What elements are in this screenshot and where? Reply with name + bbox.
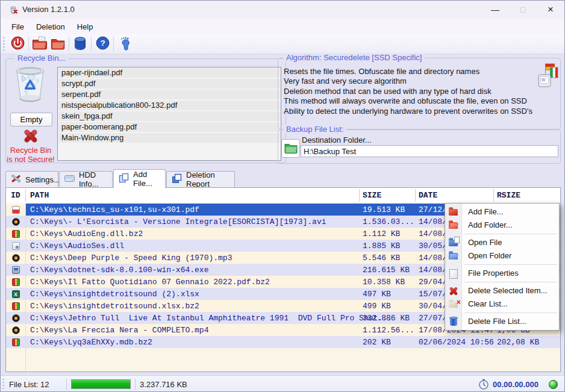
status-bar: File List: 12 3.237.716 KB 00.00.00.000: [1, 375, 564, 392]
recycle-file-item[interactable]: scrypt.pdf: [58, 79, 280, 89]
clear-list-icon: ×: [448, 299, 458, 310]
menu-separator: [464, 234, 557, 234]
context-menu-item-add-folder[interactable]: Add Folder...: [445, 219, 559, 232]
context-menu-label: Open File: [468, 238, 502, 247]
green-folder-icon: [284, 142, 298, 155]
minimize-button[interactable]: —: [481, 1, 509, 19]
hdd-icon: [64, 173, 75, 186]
destination-folder-label: Destination Folder...: [302, 135, 372, 145]
algorithm-group-label: Algorithm: Securedelete [SSD Specific]: [283, 53, 425, 62]
context-menu-item-clear-list[interactable]: ×Clear List...: [445, 297, 559, 311]
help-icon: ?: [96, 36, 110, 52]
file-size: 332.886 KB: [363, 314, 410, 323]
file-path: C:\Keys\technics_su-x101,su-x301.pdf: [30, 205, 199, 214]
context-menu-label: Add File...: [468, 207, 504, 216]
column-header-date[interactable]: DATE: [419, 191, 437, 200]
recycle-file-item[interactable]: paper-boomerang.pdf: [58, 122, 280, 132]
exe-icon: [12, 266, 20, 274]
recycle-file-item[interactable]: paper-rijndael.pdf: [58, 68, 280, 78]
recycle-file-item[interactable]: Main-Window.png: [58, 133, 280, 143]
column-header-path[interactable]: PATH: [30, 191, 49, 200]
choose-destination-button[interactable]: [281, 139, 300, 158]
power-button[interactable]: [8, 36, 27, 52]
tab-hdd-info[interactable]: HDD Info...: [59, 171, 113, 187]
window-title: Version 1.2.1.0: [22, 5, 75, 14]
help-button[interactable]: ?: [93, 36, 111, 52]
add-file-button[interactable]: [31, 36, 49, 52]
context-menu-item-delete-file-list[interactable]: Delete File List...: [445, 315, 559, 328]
progress-fill: [72, 380, 130, 388]
recycle-file-item[interactable]: skein_fpga.pdf: [58, 111, 280, 121]
tab-label: HDD Info...: [79, 170, 112, 188]
file-size: 499 KB: [363, 302, 391, 311]
file-path: C:\Keys\AudioSes.dll: [30, 241, 124, 250]
file-size: 216.615 KB: [363, 266, 410, 275]
maximize-button[interactable]: □: [509, 1, 537, 19]
context-menu-item-open-folder[interactable]: Open Folder: [445, 249, 559, 263]
file-size: 5.546 KB: [363, 254, 400, 263]
blue-folder-file-icon: [448, 238, 458, 248]
recycle-file-item[interactable]: nistspecialpublication800-132.pdf: [58, 101, 280, 110]
add-folder-button[interactable]: [49, 36, 67, 52]
blue-folder-open-icon: [448, 251, 458, 261]
table-row[interactable]: C:\Keys\Lyq3aEhXXy.mdb.bz2202 KB02/06/20…: [6, 336, 560, 348]
file-rsize: 202,08 KB: [497, 338, 539, 347]
tab-label: Deletion Report: [186, 170, 234, 188]
about-button[interactable]: [116, 36, 134, 52]
recycle-file-item[interactable]: serpent.pdf: [58, 90, 280, 99]
maximize-icon: □: [520, 5, 525, 14]
red-x-icon: [448, 286, 458, 296]
tab-add-file[interactable]: Add File...: [113, 169, 166, 188]
window-controls: — □ ×: [481, 1, 564, 19]
file-path: C:\Keys\Jethro Tull Live At Istanbul Amp…: [30, 314, 392, 323]
red-folder-open-icon: [448, 220, 458, 231]
file-type-icon: [6, 314, 25, 323]
close-button[interactable]: ×: [537, 1, 564, 19]
tab-settings[interactable]: Settings...: [5, 171, 58, 187]
tab-deletion-report[interactable]: Deletion Report: [166, 171, 235, 187]
file-type-icon: [6, 217, 25, 226]
archive-icon: [12, 338, 20, 346]
file-size: 1.885 KB: [363, 241, 400, 250]
red-folder-icon: [51, 36, 65, 52]
red-folder-icon: [448, 207, 458, 217]
toolbar-grip[interactable]: [3, 37, 5, 51]
file-size: 1.112 KB: [363, 229, 400, 238]
column-header-id[interactable]: ID: [11, 191, 20, 200]
language-flags-icon: W: [538, 63, 558, 91]
recycle-bin-group-label: Recycle Bin...: [14, 54, 68, 63]
menu-separator: [464, 313, 557, 313]
column-header-size[interactable]: SIZE: [363, 191, 381, 200]
context-menu-item-open-file[interactable]: Open File: [445, 236, 559, 249]
progress-bar: [71, 379, 131, 389]
file-path: C:\Keys\Deep Purple - Speed King (1970).…: [30, 254, 232, 263]
column-header-rsize[interactable]: RSIZE: [497, 191, 520, 200]
footprint-icon: [118, 36, 131, 52]
red-folder-file-icon: [32, 36, 48, 52]
context-menu-item-add-file[interactable]: Add File...: [445, 205, 559, 219]
menu-separator: [464, 264, 557, 265]
empty-recycle-bin-button[interactable]: Empty: [10, 113, 52, 126]
recycle-bin-file-list[interactable]: paper-rijndael.pdfscrypt.pdfserpent.pdfn…: [57, 67, 281, 161]
hdd-button[interactable]: [71, 36, 89, 52]
destination-folder-input[interactable]: [301, 145, 558, 157]
context-menu-item-delete-selected-item[interactable]: Delete Selected Item...: [445, 284, 559, 297]
menu-item-file[interactable]: File: [5, 21, 30, 33]
statusbar-grip: [2, 379, 4, 390]
context-menu-item-file-properties[interactable]: File Properties: [445, 267, 559, 280]
file-type-icon: [6, 302, 25, 311]
menu-item-help[interactable]: Help: [71, 21, 99, 33]
file-path: C:\Keys\insightdetroitsound (2).xlsx: [30, 290, 199, 299]
report-icon: [171, 173, 183, 186]
context-menu-label: Clear List...: [468, 299, 508, 308]
warning-line-1: Recycle Bin: [3, 146, 58, 155]
add-file-icon: [118, 172, 130, 185]
file-type-icon: [6, 205, 25, 214]
algorithm-description-line: Ability to detect the underlying hardwar…: [284, 107, 537, 116]
context-menu-label: Open Folder: [468, 251, 511, 260]
tab-label: Add File...: [133, 170, 165, 188]
algorithm-description: Resets the file times. Obfuscate file an…: [284, 67, 537, 116]
recycle-warning-text: Recycle Bin is not Secure!: [3, 146, 58, 164]
menu-item-deletion[interactable]: Deletion: [30, 21, 71, 33]
close-icon: ×: [548, 4, 554, 16]
